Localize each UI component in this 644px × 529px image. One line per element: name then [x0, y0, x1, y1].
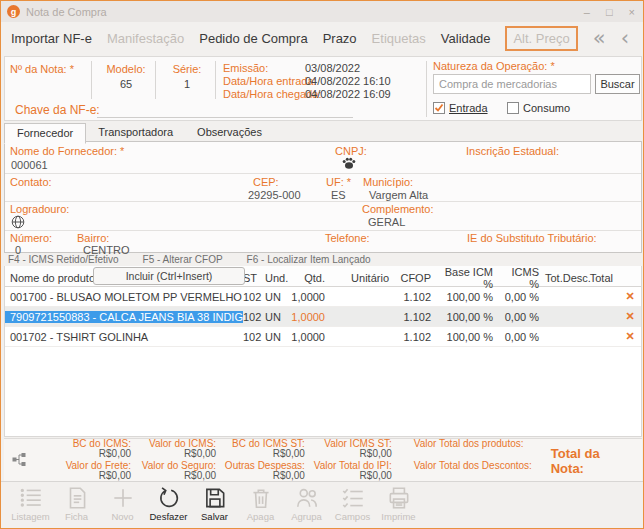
municipio-label: Município:: [363, 176, 413, 188]
bottom-toolbar: Listagem Ficha Novo Desfazer Salvar Apag…: [1, 481, 643, 528]
inscricao-estadual-label: Inscrição Estadual:: [466, 145, 559, 157]
row-icms: 0,00 %: [499, 331, 545, 343]
f5-hint: F5 - Alterar CFOP: [143, 254, 223, 265]
row-nome[interactable]: 7909721550883 - CALCA JEANS BIA 38 INDIG…: [5, 311, 243, 323]
chave-nfe-input[interactable]: [97, 117, 353, 118]
row-st: 102: [243, 331, 265, 343]
row-st: 102: [243, 291, 265, 303]
row-qtd: 1,0000: [291, 311, 331, 323]
row-icms: 0,00 %: [499, 311, 545, 323]
row-nome[interactable]: 001700 - BLUSAO MOLETOM PP VERMELHO IFE …: [5, 291, 243, 303]
delete-row-icon[interactable]: ✕: [619, 310, 641, 323]
row-cfop: 1.102: [395, 291, 437, 303]
novo-button: Novo: [101, 485, 144, 522]
col-total: Total: [581, 272, 619, 284]
buscar-button[interactable]: Buscar: [595, 74, 640, 94]
items-grid: Nome do produto ST Und. Qtd. Unitário CF…: [4, 266, 642, 437]
consumo-checkbox[interactable]: Consumo: [507, 102, 570, 114]
tool-label: Apaga: [247, 511, 274, 522]
incluir-button[interactable]: Incluir (Ctrl+Insert): [93, 267, 245, 285]
listagem-button: Listagem: [9, 485, 52, 522]
bc-icms-st-value: R$0,00: [216, 449, 305, 460]
nav-prev-icon[interactable]: ‹: [621, 28, 629, 49]
valor-icms-st-value: R$0,00: [305, 449, 392, 460]
tool-label: Imprime: [381, 511, 415, 522]
menu-alt-preco: Alt. Preço: [505, 26, 577, 51]
contato-label: Contato:: [10, 176, 52, 188]
desfazer-button[interactable]: Desfazer: [147, 485, 190, 522]
table-row[interactable]: 001702 - TSHIRT GOLINHA 102 UN 1,0000 1.…: [5, 327, 641, 347]
tool-label: Novo: [111, 511, 133, 522]
row-base-icm: 100,00 %: [437, 291, 499, 303]
valor-icms-value: R$0,00: [131, 449, 216, 460]
nav-first-icon[interactable]: «: [593, 28, 606, 49]
note-header-panel: Nº da Nota: * Modelo: 65 Série: 1 Emissã…: [4, 56, 642, 121]
menu-validade[interactable]: Validade: [441, 31, 491, 46]
menu-prazo[interactable]: Prazo: [323, 31, 357, 46]
tab-observacoes[interactable]: Observações: [185, 123, 274, 143]
tab-bar: Fornecedor Transportadora Observações: [4, 123, 274, 143]
emissao-value: 03/08/2022: [305, 62, 360, 74]
table-row-selected[interactable]: 7909721550883 - CALCA JEANS BIA 38 INDIG…: [5, 307, 641, 327]
globe-icon: [11, 215, 25, 231]
tab-transportadora[interactable]: Transportadora: [86, 123, 185, 143]
uf-value[interactable]: ES: [331, 189, 346, 201]
col-st: ST: [243, 272, 265, 284]
function-key-hints: F4 - ICMS Retido/Efetivo F5 - Alterar CF…: [8, 254, 371, 265]
bc-icms-value: R$0,00: [33, 449, 131, 460]
row-nome[interactable]: 001702 - TSHIRT GOLINHA: [5, 331, 243, 343]
f4-hint: F4 - ICMS Retido/Efetivo: [8, 254, 119, 265]
nome-fornecedor-label: Nome do Fornecedor: *: [10, 145, 124, 157]
minimize-icon[interactable]: –: [584, 6, 590, 18]
cep-value[interactable]: 29295-000: [248, 189, 301, 201]
fornecedor-panel: Nome do Fornecedor: * 000061 CNPJ: Inscr…: [4, 141, 642, 253]
cnpj-label: CNPJ:: [335, 145, 367, 157]
delete-row-icon[interactable]: ✕: [619, 290, 641, 303]
menu-importar-nfe[interactable]: Importar NF-e: [11, 31, 92, 46]
serie-label: Série:: [163, 63, 211, 75]
natureza-operacao-label: Natureza da Operação: *: [433, 60, 555, 72]
salvar-button[interactable]: Salvar: [193, 485, 236, 522]
apaga-button: Apaga: [239, 485, 282, 522]
row-und: UN: [265, 311, 291, 323]
campos-button: Campos: [331, 485, 374, 522]
save-icon: [202, 485, 228, 511]
trash-icon: [248, 485, 274, 511]
valor-seguro-value: R$0,00: [131, 471, 216, 482]
entrada-checkbox[interactable]: Entrada: [433, 102, 488, 114]
valor-frete-value: R$0,00: [33, 471, 131, 482]
table-row[interactable]: 001700 - BLUSAO MOLETOM PP VERMELHO IFE …: [5, 287, 641, 307]
entrada-checkbox-label: Entrada: [449, 102, 488, 114]
tree-icon[interactable]: [12, 452, 27, 469]
complemento-value[interactable]: GERAL: [368, 216, 405, 228]
menu-pedido-de-compra[interactable]: Pedido de Compra: [199, 31, 307, 46]
f6-hint: F6 - Localizar Item Lançado: [247, 254, 371, 265]
municipio-value[interactable]: Vargem Alta: [369, 189, 428, 201]
consumo-checkbox-box[interactable]: [507, 102, 519, 114]
people-icon: [294, 485, 320, 511]
tool-label: Ficha: [65, 511, 88, 522]
col-qtd: Qtd.: [291, 272, 331, 284]
delete-row-icon[interactable]: ✕: [619, 330, 641, 343]
data-chegada-value: 04/08/2022 16:09: [305, 88, 391, 100]
natureza-operacao-input[interactable]: [433, 74, 591, 94]
row-st: 102: [243, 311, 265, 323]
checklist-icon: [340, 485, 366, 511]
check-icon: [434, 103, 444, 113]
logradouro-label: Logradouro:: [10, 203, 69, 215]
maximize-icon[interactable]: □: [606, 6, 613, 18]
row-und: UN: [265, 291, 291, 303]
cep-label: CEP:: [253, 176, 279, 188]
row-base-icm: 100,00 %: [437, 311, 499, 323]
serie-value: 1: [163, 78, 211, 90]
nota-de-compra-window: g Nota de Compra – □ × Importar NF-e Man…: [0, 0, 644, 529]
tool-label: Salvar: [201, 511, 228, 522]
numero-nota-label: Nº da Nota: *: [10, 63, 74, 75]
tab-fornecedor[interactable]: Fornecedor: [4, 123, 86, 144]
entrada-checkbox-box[interactable]: [433, 102, 445, 114]
agrupa-button: Agrupa: [285, 485, 328, 522]
tool-label: Listagem: [11, 511, 50, 522]
nome-fornecedor-value[interactable]: 000061: [11, 159, 48, 171]
row-icms: 0,00 %: [499, 291, 545, 303]
close-icon[interactable]: ×: [629, 6, 635, 18]
